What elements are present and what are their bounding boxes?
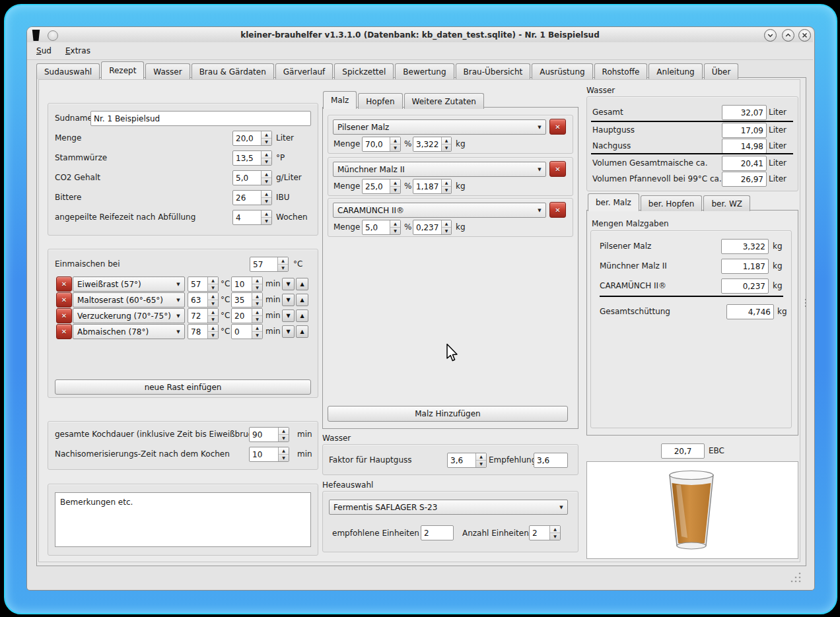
tab-hopfen[interactable]: Hopfen [358, 93, 402, 109]
spin-down-icon[interactable]: ▼ [208, 315, 218, 323]
stammwuerze-spinbox[interactable]: 13,5 ▲▼ [232, 150, 272, 166]
spin-down-icon[interactable]: ▼ [390, 186, 400, 193]
spin-down-icon[interactable]: ▼ [262, 178, 271, 185]
spin-up-icon[interactable]: ▲ [390, 137, 400, 144]
malt-select[interactable]: Pilsener Malz ▼ [333, 119, 546, 135]
reifezeit-spinbox[interactable]: 4 ▲▼ [232, 210, 272, 225]
delete-rast-button[interactable]: ✕ [56, 308, 72, 323]
minimize-button[interactable] [764, 29, 777, 42]
tab-ueber[interactable]: Über [704, 63, 739, 79]
spin-up-icon[interactable]: ▲ [208, 293, 218, 300]
malt-percent-spinbox[interactable]: 25,0 ▲▼ [362, 179, 401, 194]
delete-malt-button[interactable]: ✕ [549, 161, 566, 177]
rast-temp-spinbox[interactable]: 57 ▲▼ [188, 276, 219, 292]
spin-down-icon[interactable]: ▼ [476, 460, 486, 467]
tab-weitere-zutaten[interactable]: Weitere Zutaten [404, 93, 484, 109]
spin-up-icon[interactable]: ▲ [252, 277, 262, 284]
rast-select[interactable]: Maltoserast (60°-65°) ▼ [73, 292, 185, 308]
spin-up-icon[interactable]: ▲ [442, 220, 451, 227]
bittere-spinbox[interactable]: 26 ▲▼ [232, 190, 272, 205]
anzahl-einheiten-spinbox[interactable]: 2 ▲▼ [529, 525, 561, 540]
spin-up-icon[interactable]: ▲ [390, 220, 400, 227]
delete-rast-button[interactable]: ✕ [56, 276, 72, 292]
malt-percent-spinbox[interactable]: 70,0 ▲▼ [362, 137, 401, 152]
tab-wasser[interactable]: Wasser [145, 63, 190, 79]
faktor-spinbox[interactable]: 3,6 ▲▼ [447, 453, 487, 468]
spin-down-icon[interactable]: ▼ [208, 331, 218, 339]
spin-up-icon[interactable]: ▲ [442, 137, 451, 144]
spin-down-icon[interactable]: ▼ [279, 454, 289, 461]
move-down-button[interactable]: ▼ [282, 278, 295, 290]
move-up-button[interactable]: ▲ [296, 294, 308, 306]
spin-up-icon[interactable]: ▲ [278, 257, 288, 264]
delete-malt-button[interactable]: ✕ [549, 202, 566, 218]
tab-ber-wz[interactable]: ber. WZ [703, 195, 750, 211]
tab-spickzettel[interactable]: Spickzettel [334, 63, 394, 79]
spin-up-icon[interactable]: ▲ [208, 309, 218, 315]
move-down-button[interactable]: ▼ [282, 294, 295, 306]
move-down-button[interactable]: ▼ [282, 325, 295, 338]
einmaischen-spinbox[interactable]: 57 ▲▼ [250, 257, 289, 272]
spin-down-icon[interactable]: ▼ [442, 186, 451, 193]
spin-down-icon[interactable]: ▼ [279, 434, 289, 441]
tab-gaerverlauf[interactable]: Gärverlauf [275, 63, 333, 79]
spin-up-icon[interactable]: ▲ [442, 179, 451, 186]
rast-select[interactable]: Verzuckerung (70°-75°) ▼ [73, 308, 185, 323]
close-button[interactable] [798, 29, 811, 42]
resize-grip[interactable] [788, 570, 803, 585]
rast-time-spinbox[interactable]: 20 ▲▼ [231, 308, 263, 323]
spin-down-icon[interactable]: ▼ [550, 533, 560, 540]
rast-time-spinbox[interactable]: 10 ▲▼ [231, 276, 263, 292]
spin-down-icon[interactable]: ▼ [252, 300, 262, 307]
spin-down-icon[interactable]: ▼ [390, 144, 400, 151]
rast-temp-spinbox[interactable]: 78 ▲▼ [188, 324, 219, 339]
move-up-button[interactable]: ▲ [296, 278, 308, 290]
delete-rast-button[interactable]: ✕ [56, 292, 72, 308]
tab-bewertung[interactable]: Bewertung [395, 63, 454, 79]
delete-rast-button[interactable]: ✕ [56, 324, 72, 339]
malt-select[interactable]: Münchner Malz II ▼ [333, 162, 546, 177]
spin-down-icon[interactable]: ▼ [208, 284, 218, 291]
tab-ber-malz[interactable]: ber. Malz [588, 193, 639, 211]
malt-kg-spinbox[interactable]: 3,322 ▲▼ [413, 137, 452, 152]
maximize-button[interactable] [782, 29, 794, 42]
tab-brau-gaerdaten[interactable]: Brau & Gärdaten [192, 63, 274, 79]
spin-up-icon[interactable]: ▲ [262, 151, 271, 158]
rast-temp-spinbox[interactable]: 63 ▲▼ [188, 292, 219, 308]
spin-up-icon[interactable]: ▲ [262, 191, 271, 197]
menu-sud[interactable]: Sud [31, 42, 57, 55]
spin-down-icon[interactable]: ▼ [252, 315, 262, 323]
move-down-button[interactable]: ▼ [282, 309, 295, 322]
sudname-input[interactable]: Nr. 1 Beispielsud [90, 111, 311, 126]
move-up-button[interactable]: ▲ [296, 325, 308, 338]
tab-ber-hopfen[interactable]: ber. Hopfen [641, 195, 703, 211]
spin-down-icon[interactable]: ▼ [208, 300, 218, 307]
spin-up-icon[interactable]: ▲ [208, 325, 218, 331]
rast-time-spinbox[interactable]: 35 ▲▼ [231, 292, 263, 308]
malt-kg-spinbox[interactable]: 0,237 ▲▼ [413, 220, 452, 235]
spin-down-icon[interactable]: ▼ [442, 144, 451, 151]
move-up-button[interactable]: ▲ [296, 309, 308, 322]
spin-down-icon[interactable]: ▼ [390, 227, 400, 234]
co2-spinbox[interactable]: 5,0 ▲▼ [232, 170, 272, 185]
tab-ausruestung[interactable]: Ausrüstung [532, 63, 592, 79]
splitter-handle[interactable] [805, 299, 806, 307]
spin-up-icon[interactable]: ▲ [476, 453, 486, 460]
spin-up-icon[interactable]: ▲ [262, 131, 271, 138]
spin-down-icon[interactable]: ▼ [252, 331, 262, 339]
spin-up-icon[interactable]: ▲ [279, 447, 289, 454]
add-rast-button[interactable]: neue Rast einfügen [55, 379, 311, 395]
menu-extras[interactable]: Extras [60, 42, 96, 55]
spin-down-icon[interactable]: ▼ [252, 284, 262, 291]
spin-up-icon[interactable]: ▲ [252, 309, 262, 315]
spin-up-icon[interactable]: ▲ [262, 171, 271, 178]
spin-down-icon[interactable]: ▼ [278, 264, 288, 271]
spin-down-icon[interactable]: ▼ [262, 197, 271, 205]
spin-up-icon[interactable]: ▲ [390, 179, 400, 186]
add-malt-button[interactable]: Malz Hinzufügen [328, 406, 568, 422]
spin-down-icon[interactable]: ▼ [262, 217, 271, 224]
delete-malt-button[interactable]: ✕ [549, 119, 566, 135]
tab-rezept[interactable]: Rezept [101, 61, 144, 79]
rast-time-spinbox[interactable]: 0 ▲▼ [231, 324, 263, 339]
tab-sudauswahl[interactable]: Sudauswahl [36, 63, 100, 79]
